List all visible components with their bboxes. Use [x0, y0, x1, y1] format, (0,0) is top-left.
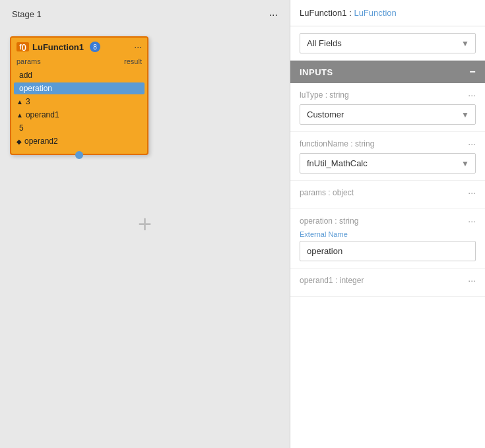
lu-function-node[interactable]: f() LuFunction1 8 ··· params result add … — [10, 36, 148, 155]
rp-field-select-row: All Fields Inputs Outputs ▼ — [290, 26, 485, 61]
rp-title-type: LuFunction — [354, 8, 396, 18]
input-operation-label-row: operation : string ··· — [300, 216, 476, 226]
input-functionname-label-row: functionName : string ··· — [300, 139, 476, 149]
input-params-label: params : object — [300, 188, 354, 197]
input-params-dots[interactable]: ··· — [468, 187, 476, 198]
inputs-collapse-button[interactable]: − — [469, 67, 476, 77]
left-panel: Stage 1 ··· f() LuFunction1 8 ··· params… — [0, 0, 290, 448]
right-panel: LuFunction1 : LuFunction All Fields Inpu… — [290, 0, 485, 448]
inputs-label: INPUTS — [300, 67, 333, 77]
node-header: f() LuFunction1 8 ··· — [11, 38, 147, 56]
node-row-operand1-label: operand1 — [26, 110, 59, 119]
rp-title-row: LuFunction1 : LuFunction — [290, 0, 485, 26]
input-functionname-select[interactable]: fnUtil_MathCalc Option2 — [300, 153, 476, 174]
input-functionname-select-wrapper: fnUtil_MathCalc Option2 ▼ — [300, 153, 476, 174]
rp-title-name: LuFunction1 — [300, 8, 347, 18]
input-item-lutype: luType : string ··· Customer Option2 ▼ — [290, 83, 485, 132]
stage-dots-button[interactable]: ··· — [269, 9, 278, 21]
input-operand1-label-row: operand1 : integer ··· — [300, 275, 476, 286]
port-params: params — [16, 57, 41, 65]
node-row-3-label: 3 — [26, 97, 30, 106]
add-stage-button[interactable]: + — [138, 210, 152, 238]
node-row-5-label: 5 — [19, 123, 24, 133]
func-badge: f() — [16, 42, 29, 51]
node-row-add-label: add — [19, 71, 32, 80]
node-title: LuFunction1 — [32, 42, 84, 52]
input-operation-dots[interactable]: ··· — [468, 216, 476, 226]
input-functionname-label: functionName : string — [300, 139, 374, 148]
node-body: add operation ▲ 3 ▲ operand1 5 — [11, 67, 147, 154]
node-ports: params result — [11, 56, 147, 67]
stage-label: Stage 1 — [12, 9, 42, 19]
all-fields-select[interactable]: All Fields Inputs Outputs — [300, 33, 476, 53]
inputs-section-header: INPUTS − — [290, 61, 485, 83]
node-row-operation-label: operation — [19, 84, 52, 93]
all-fields-select-wrapper: All Fields Inputs Outputs ▼ — [300, 33, 476, 53]
input-lutype-dots[interactable]: ··· — [468, 90, 476, 100]
node-row-operation[interactable]: operation — [14, 82, 145, 94]
node-row-operand1[interactable]: ▲ operand1 — [14, 109, 145, 121]
node-row-3[interactable]: ▲ 3 — [14, 96, 145, 108]
input-operand1-label: operand1 : integer — [300, 276, 364, 285]
rp-title: LuFunction1 : LuFunction — [300, 8, 397, 18]
input-lutype-label: luType : string — [300, 90, 349, 100]
input-lutype-select-wrapper: Customer Option2 ▼ — [300, 104, 476, 125]
input-params-label-row: params : object ··· — [300, 187, 476, 198]
node-row-add[interactable]: add — [14, 69, 145, 81]
input-item-params: params : object ··· — [290, 181, 485, 209]
external-name-label: External Name — [300, 230, 476, 238]
input-functionname-dots[interactable]: ··· — [468, 139, 476, 149]
input-operation-label: operation : string — [300, 216, 358, 226]
port-result: result — [124, 57, 142, 65]
input-lutype-select[interactable]: Customer Option2 — [300, 104, 476, 125]
input-item-functionname: functionName : string ··· fnUtil_MathCal… — [290, 132, 485, 181]
external-name-block: External Name — [300, 230, 476, 261]
node-connector-bottom — [75, 151, 83, 159]
node-menu-dots[interactable]: ··· — [134, 42, 142, 52]
input-item-operation: operation : string ··· External Name — [290, 209, 485, 269]
node-row-operand2-label: operand2 — [24, 137, 58, 146]
external-name-input[interactable] — [300, 241, 476, 261]
input-lutype-label-row: luType : string ··· — [300, 90, 476, 100]
triangle-icon-3: ▲ — [16, 98, 23, 106]
rp-title-colon: : — [347, 8, 354, 18]
node-row-5[interactable]: 5 — [14, 122, 145, 134]
triangle-icon-operand1: ▲ — [16, 112, 23, 119]
diamond-icon-operand2: ◆ — [16, 138, 22, 145]
input-item-operand1: operand1 : integer ··· — [290, 269, 485, 297]
input-operand1-dots[interactable]: ··· — [468, 275, 476, 286]
node-count-badge: 8 — [90, 42, 100, 52]
node-row-operand2[interactable]: ◆ operand2 — [14, 135, 145, 147]
